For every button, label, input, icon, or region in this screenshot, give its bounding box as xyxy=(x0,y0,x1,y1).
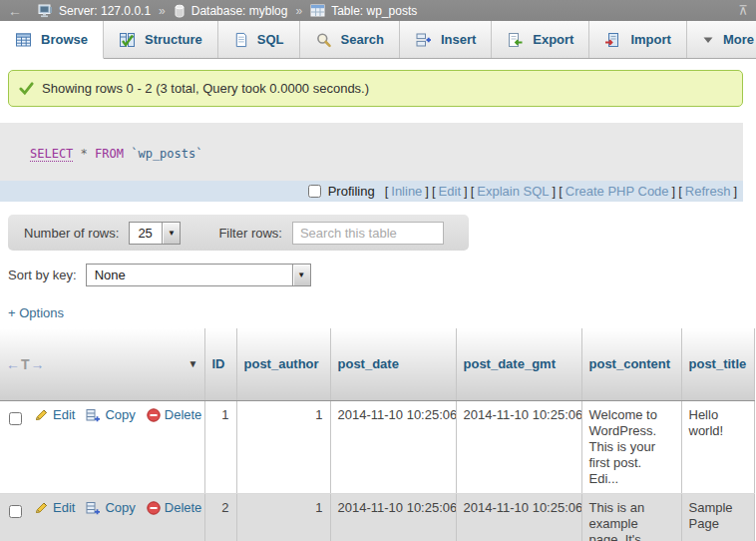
delete-row-link[interactable]: Delete xyxy=(165,500,202,516)
cell-post-content: This is an example page. It's different … xyxy=(581,493,681,541)
profiling-checkbox[interactable] xyxy=(308,185,321,198)
edit-action: Edit xyxy=(34,500,75,516)
cell-post-author: 1 xyxy=(236,493,330,541)
cell-id: 2 xyxy=(204,493,236,541)
sql-toolbar-link-group: [Create PHP Code] xyxy=(559,184,675,199)
filter-rows-input[interactable] xyxy=(292,222,444,245)
tab-label: Export xyxy=(533,32,573,47)
row-checkbox[interactable] xyxy=(9,505,22,518)
header-options-dropdown-icon[interactable]: ▼ xyxy=(189,358,198,369)
bracket-open: [ xyxy=(678,184,682,199)
breadcrumb-separator: » xyxy=(295,4,302,18)
inline-link[interactable]: Inline xyxy=(391,184,422,199)
sql-toolbar-link-group: [Explain SQL] xyxy=(471,184,557,199)
tab-more[interactable]: More xyxy=(687,21,756,58)
actions-header-cell: ←T→ ▼ xyxy=(0,328,204,400)
table-row: EditCopyDelete112014-11-10 10:25:062014-… xyxy=(0,400,754,493)
cell-id: 1 xyxy=(204,400,236,493)
tab-label: Insert xyxy=(441,32,476,47)
column-header-post-author[interactable]: post_author xyxy=(236,328,330,400)
copy-action: Copy xyxy=(86,500,135,516)
breadcrumb-item-server[interactable]: Server: 127.0.0.1 xyxy=(59,4,151,18)
edit-row-link[interactable]: Edit xyxy=(53,407,75,423)
sql-table-identifier: `wp_posts` xyxy=(131,147,202,161)
tab-search[interactable]: Search xyxy=(300,21,400,58)
column-header-post-date[interactable]: post_date xyxy=(330,328,456,400)
tab-export[interactable]: Export xyxy=(492,21,589,58)
copy-row-link[interactable]: Copy xyxy=(105,500,135,516)
column-header-post-title[interactable]: post_title xyxy=(681,328,754,400)
breadcrumb-bar: ← Server: 127.0.0.1»Database: myblog»Tab… xyxy=(0,0,756,21)
structure-icon xyxy=(119,32,136,48)
breadcrumb-item-table[interactable]: Table: wp_posts xyxy=(331,4,417,18)
breadcrumb-item-database[interactable]: Database: myblog xyxy=(191,4,288,18)
insert-icon xyxy=(415,32,432,48)
row-actions-cell: EditCopyDelete xyxy=(0,400,204,493)
status-message-text: Showing rows 0 - 2 (3 total, Query took … xyxy=(42,81,369,96)
edit-action: Edit xyxy=(34,407,75,423)
bracket-close: ] xyxy=(733,184,737,199)
cell-post-title: Hello world! xyxy=(681,400,754,493)
tab-bar: BrowseStructureSQLSearchInsertExportImpo… xyxy=(0,21,756,59)
bracket-close: ] xyxy=(464,184,468,199)
sql-icon xyxy=(233,32,248,48)
collapse-top-icon[interactable]: ⊼ xyxy=(738,3,748,18)
edit-link[interactable]: Edit xyxy=(439,184,461,199)
row-checkbox[interactable] xyxy=(9,412,22,425)
bracket-open: [ xyxy=(471,184,475,199)
chevron-down-icon xyxy=(702,35,714,45)
edit-row-link[interactable]: Edit xyxy=(53,500,75,516)
sql-keyword-from: FROM xyxy=(95,147,124,161)
tab-label: Browse xyxy=(41,32,88,47)
bracket-close: ] xyxy=(425,184,429,199)
delete-icon xyxy=(147,408,161,422)
create-php-code-link[interactable]: Create PHP Code xyxy=(566,184,669,199)
column-header-post-date-gmt[interactable]: post_date_gmt xyxy=(456,328,581,400)
copy-action: Copy xyxy=(86,407,135,423)
number-of-rows-label: Number of rows: xyxy=(24,226,119,241)
server-icon xyxy=(38,4,53,18)
transpose-icon[interactable]: ←T→ xyxy=(6,356,45,372)
bracket-close: ] xyxy=(553,184,557,199)
sort-by-key-select[interactable]: None ▼ xyxy=(86,264,311,286)
refresh-link[interactable]: Refresh xyxy=(685,184,731,199)
tab-sql[interactable]: SQL xyxy=(218,21,300,58)
explain-sql-link[interactable]: Explain SQL xyxy=(477,184,549,199)
sql-keyword-select[interactable]: SELECT xyxy=(30,147,73,162)
sql-query-box: SELECT * FROM `wp_posts` Profiling [Inli… xyxy=(0,123,743,202)
tab-label: More xyxy=(723,32,754,47)
tab-import[interactable]: Import xyxy=(589,21,686,58)
back-arrow-icon[interactable]: ← xyxy=(8,3,22,19)
sql-toolbar: Profiling [Inline][Edit][Explain SQL][Cr… xyxy=(0,181,743,202)
delete-row-link[interactable]: Delete xyxy=(165,407,202,423)
filter-rows-label: Filter rows: xyxy=(218,226,282,241)
sql-toolbar-link-group: [Refresh] xyxy=(678,184,737,199)
database-icon xyxy=(174,4,186,18)
results-body: EditCopyDelete112014-11-10 10:25:062014-… xyxy=(0,400,754,541)
table-icon xyxy=(310,4,325,17)
cell-post-date-gmt: 2014-11-10 10:25:06 xyxy=(456,400,581,493)
sql-query-text: SELECT * FROM `wp_posts` xyxy=(0,123,743,181)
chevron-down-icon: ▼ xyxy=(162,223,180,244)
options-toggle-link[interactable]: + Options xyxy=(8,305,64,320)
column-header-id[interactable]: ID xyxy=(204,328,236,400)
cell-post-content: Welcome to WordPress. This is your first… xyxy=(581,400,681,493)
delete-action: Delete xyxy=(147,407,202,423)
export-icon xyxy=(507,32,524,48)
tab-insert[interactable]: Insert xyxy=(400,21,492,58)
copy-row-link[interactable]: Copy xyxy=(105,407,135,423)
search-icon xyxy=(315,32,332,48)
copy-icon xyxy=(86,501,101,515)
cell-post-date-gmt: 2014-11-10 10:25:06 xyxy=(456,493,581,541)
tab-label: Search xyxy=(341,32,384,47)
profiling-label: Profiling xyxy=(328,184,375,199)
breadcrumb-separator: » xyxy=(159,4,166,18)
number-of-rows-select[interactable]: 25 ▼ xyxy=(129,222,181,245)
tab-structure[interactable]: Structure xyxy=(104,21,218,58)
sort-by-key-row: Sort by key: None ▼ xyxy=(8,264,756,286)
table-row: EditCopyDelete212014-11-10 10:25:062014-… xyxy=(0,493,754,541)
cell-post-author: 1 xyxy=(236,400,330,493)
tab-browse[interactable]: Browse xyxy=(0,21,104,59)
success-check-icon xyxy=(19,81,34,96)
column-header-post-content[interactable]: post_content xyxy=(581,328,681,400)
